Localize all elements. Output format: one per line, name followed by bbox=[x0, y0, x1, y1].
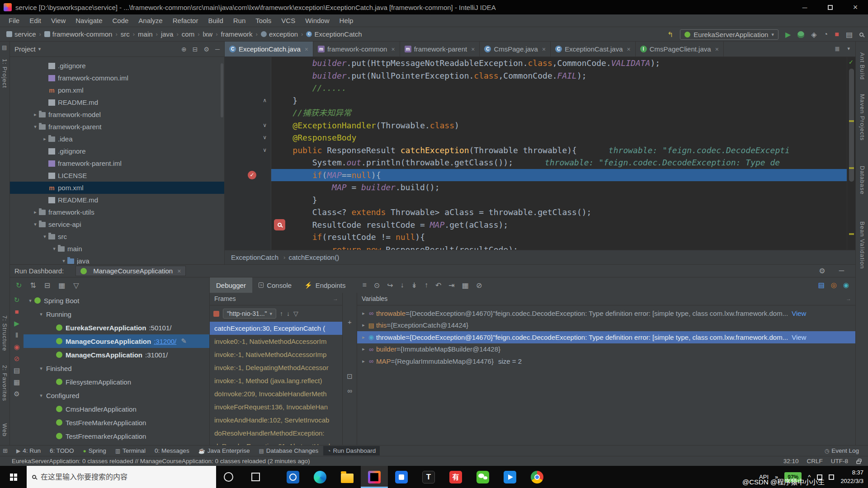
variable-row-MAP[interactable]: ▸ ∞ MAP = {RegularImmutableMap@14476} si… bbox=[357, 355, 855, 367]
editor-tab-CmsPageClient.java[interactable]: I CmsPageClient.java × bbox=[636, 42, 724, 56]
search-action-icon[interactable] bbox=[274, 219, 285, 230]
dashboard-item-EurekaServerApplication[interactable]: EurekaServerApplication :50101/ bbox=[24, 321, 209, 334]
expanded-arrow-icon[interactable]: ▾ bbox=[41, 234, 48, 239]
expand-arrow-icon[interactable]: ▸ bbox=[360, 310, 367, 316]
menu-view[interactable]: View bbox=[46, 17, 71, 24]
stack-frame[interactable]: invoke:-1, Method (java.lang.reflect) bbox=[210, 374, 342, 387]
step-into-icon[interactable]: ↓ bbox=[401, 281, 404, 289]
breadcrumb-service[interactable]: service bbox=[6, 30, 36, 38]
stripe-1: Project[interactable]: 1: Project bbox=[1, 59, 8, 88]
editor-tab-ExceptionCatch.java[interactable]: C ExceptionCatch.java × bbox=[225, 42, 313, 56]
project-item-pom.xml[interactable]: m pom.xml bbox=[10, 182, 224, 194]
inspections-ok-icon[interactable]: ✓ bbox=[849, 59, 854, 66]
minimize-button[interactable]: ─ bbox=[792, 0, 817, 14]
cortana-icon[interactable] bbox=[224, 472, 233, 482]
editor-tab-framework-parent[interactable]: m framework-parent × bbox=[400, 42, 480, 56]
project-item-src[interactable]: ▾ src bbox=[10, 230, 224, 243]
debugger-tab-Debugger[interactable]: Debugger bbox=[210, 277, 252, 293]
code-line-26[interactable]: 26 ∨ @ExceptionHandler(Throwable.class) bbox=[225, 119, 847, 132]
watch-return-values-icon[interactable]: ∞ bbox=[347, 387, 352, 394]
caret-position[interactable]: 32:10 bbox=[783, 458, 799, 465]
menu-vcs[interactable]: VCS bbox=[276, 17, 300, 24]
code-line-28[interactable]: 28 ∨ public ResponseResult catchExceptio… bbox=[225, 144, 847, 157]
project-item-LICENSE[interactable]: LICENSE bbox=[10, 169, 224, 182]
view-link[interactable]: View bbox=[792, 310, 806, 317]
code-line-25[interactable]: 25 //捕获未知异常 bbox=[225, 107, 847, 119]
breadcrumb-java[interactable]: java bbox=[161, 30, 174, 38]
editor-tab-CmsPage.java[interactable]: C CmsPage.java × bbox=[480, 42, 551, 56]
stack-frame[interactable]: invokeAndHandle:102, ServletInvocab bbox=[210, 413, 342, 427]
code-line-34[interactable]: 34 ResultCode resultCode = MAP.get(aClas… bbox=[225, 219, 847, 231]
debugger-tab-Endpoints[interactable]: ⚡ Endpoints bbox=[298, 277, 352, 293]
previous-frame-icon[interactable]: ↑ bbox=[280, 310, 283, 317]
project-item-framework-utils[interactable]: ▸ framework-utils bbox=[10, 206, 224, 218]
thread-dropdown[interactable]: "http-nio-31..." ▾ bbox=[223, 309, 276, 319]
chevron-down-icon[interactable]: ▾ bbox=[847, 46, 850, 52]
hide-library-frames-icon[interactable]: ▽ bbox=[293, 310, 298, 317]
resume-icon[interactable]: ▶ bbox=[14, 320, 19, 327]
project-item-README.md[interactable]: README.md bbox=[10, 96, 224, 108]
menu-build[interactable]: Build bbox=[203, 17, 228, 24]
expanded-arrow-icon[interactable]: ▾ bbox=[51, 246, 58, 252]
debug-icon[interactable] bbox=[797, 31, 804, 38]
expanded-arrow-icon[interactable]: ▾ bbox=[37, 393, 45, 399]
stripe-Bean Validation[interactable]: Bean Validation bbox=[859, 221, 866, 269]
settings-icon[interactable]: ⚙ bbox=[14, 390, 19, 397]
application-port-link[interactable]: :50101/ bbox=[149, 324, 171, 332]
back-arrow-icon[interactable]: ↰ bbox=[667, 30, 673, 39]
toolwindow-event-log[interactable]: ◷ Event Log bbox=[825, 447, 859, 454]
taskbar-video-button[interactable] bbox=[496, 466, 524, 488]
settings-gear-icon[interactable]: ⚙ bbox=[819, 267, 825, 275]
stripe-7: Structure[interactable]: 7: Structure bbox=[1, 315, 8, 351]
step-out-icon[interactable]: ↑ bbox=[425, 281, 428, 289]
taskbar-explorer-button[interactable] bbox=[334, 466, 361, 488]
project-item-.gitignore[interactable]: .gitignore bbox=[10, 60, 224, 72]
maximize-button[interactable] bbox=[817, 0, 843, 14]
toolwindow-4: Run[interactable]: ▶ 4: Run bbox=[12, 446, 45, 455]
copy-stack-icon[interactable]: ⊡ bbox=[347, 372, 353, 380]
taskbar-wechat-button[interactable] bbox=[469, 466, 496, 488]
collapsed-arrow-icon[interactable]: ▸ bbox=[32, 209, 39, 215]
code-line-22[interactable]: 22 builder.put(NullPointerException.clas… bbox=[225, 70, 847, 82]
project-view-select[interactable]: Project ▾ bbox=[14, 45, 41, 53]
close-tab-icon[interactable]: × bbox=[542, 46, 546, 53]
run-icon[interactable]: ▶ bbox=[785, 30, 791, 39]
drop-frame-icon[interactable]: ↶ bbox=[435, 281, 441, 290]
project-item-main[interactable]: ▾ main bbox=[10, 243, 224, 255]
project-item-pom.xml[interactable]: m pom.xml bbox=[10, 84, 224, 96]
rerun-icon[interactable]: ↻ bbox=[16, 281, 22, 290]
close-tab-icon[interactable]: × bbox=[715, 46, 719, 53]
taskbar-youdao-button[interactable]: 有 bbox=[442, 466, 469, 488]
fold-icon[interactable]: ∧ bbox=[263, 94, 267, 107]
application-port-link[interactable]: :31200/ bbox=[154, 338, 176, 345]
dashboard-item-TestFreeMarkerApplication[interactable]: TestFreeMarkerApplication bbox=[24, 416, 209, 429]
editor-tabs-list-icon[interactable]: ≣ bbox=[835, 45, 840, 52]
expanded-arrow-icon[interactable]: ▾ bbox=[37, 366, 45, 371]
fold-icon[interactable]: ∨ bbox=[263, 119, 267, 132]
breakpoint-icon[interactable]: ✓ bbox=[248, 171, 256, 179]
close-tab-icon[interactable]: × bbox=[471, 46, 475, 53]
collapsed-arrow-icon[interactable]: ▸ bbox=[32, 112, 39, 117]
project-item-README.md[interactable]: README.md bbox=[10, 194, 224, 206]
stripe-2: Favorites[interactable]: 2: Favorites bbox=[1, 365, 8, 401]
application-port-link[interactable]: :31001/ bbox=[145, 351, 168, 359]
breadcrumb-framework[interactable]: framework bbox=[221, 30, 253, 38]
variable-row-throwable[interactable]: ▸ ∞ throwable = {DecodeException@14670} … bbox=[357, 307, 855, 319]
close-tab-icon[interactable]: × bbox=[391, 46, 395, 53]
group-by-icon[interactable]: ▦ bbox=[58, 281, 65, 290]
close-tab-icon[interactable]: × bbox=[627, 46, 631, 53]
stack-frame[interactable]: invoke:-1, NativeMethodAccessorImp bbox=[210, 348, 342, 361]
pause-icon[interactable]: ‖ bbox=[15, 332, 18, 338]
expanded-arrow-icon[interactable]: ▾ bbox=[26, 298, 34, 304]
editor-scrollbar[interactable]: ✓ bbox=[847, 57, 855, 250]
toolwindow-0: Messages[interactable]: 0: Messages bbox=[151, 446, 193, 455]
dashboard-item-Configured[interactable]: ▾ Configured bbox=[24, 389, 209, 402]
project-item-.gitignore[interactable]: .gitignore bbox=[10, 145, 224, 157]
tool-windows-icon[interactable]: ▤ bbox=[846, 30, 853, 39]
stack-frame[interactable]: doInvoke:209, InvocableHandlerMeth bbox=[210, 387, 342, 400]
taskbar-clock-button[interactable] bbox=[279, 466, 307, 488]
breadcrumb-framework-common[interactable]: framework-common bbox=[44, 30, 113, 38]
breadcrumb-exception[interactable]: exception bbox=[261, 30, 298, 38]
stop-all-icon[interactable]: ◉ bbox=[14, 343, 19, 350]
toolwindow-Spring[interactable]: ● Spring bbox=[79, 446, 110, 455]
